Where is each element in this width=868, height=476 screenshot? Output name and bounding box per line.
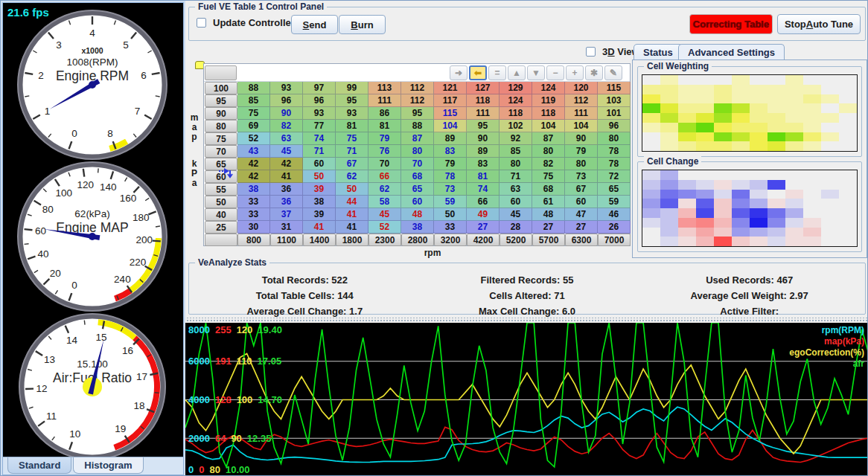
tab-standard[interactable]: Standard [7, 457, 71, 474]
ve-cell[interactable]: 101 [598, 107, 631, 120]
ve-cell[interactable]: 75 [336, 132, 368, 145]
ve-cell[interactable]: 78 [434, 170, 467, 183]
ve-cell[interactable]: 88 [237, 82, 270, 94]
ve-cell[interactable]: 120 [565, 82, 598, 94]
ve-cell[interactable]: 111 [565, 107, 598, 120]
ve-cell[interactable]: 96 [598, 120, 631, 132]
ve-cell[interactable]: 115 [434, 107, 467, 120]
ve-cell[interactable]: 80 [401, 145, 434, 158]
ve-cell[interactable]: 52 [368, 221, 401, 234]
ve-cell[interactable]: 85 [500, 145, 532, 158]
ve-cell[interactable]: 83 [467, 158, 500, 170]
ve-cell[interactable]: 75 [237, 107, 270, 120]
ve-cell[interactable]: 59 [434, 196, 467, 208]
row-header-90[interactable]: 90 [205, 107, 237, 120]
ve-cell[interactable]: 75 [532, 170, 565, 183]
ve-cell[interactable]: 60 [303, 158, 336, 170]
ve-cell[interactable]: 82 [532, 158, 565, 170]
col-header-800[interactable]: 800 [237, 234, 270, 246]
ve-cell[interactable]: 67 [565, 183, 598, 196]
ve-cell[interactable]: 62 [336, 170, 368, 183]
ve-cell[interactable]: 92 [500, 132, 532, 145]
row-header-70[interactable]: 70 [205, 145, 237, 158]
ve-cell[interactable]: 61 [532, 196, 565, 208]
ve-cell[interactable]: 48 [532, 208, 565, 221]
ve-cell[interactable]: 41 [270, 170, 303, 183]
ve-cell[interactable]: 63 [500, 183, 532, 196]
row-header-100[interactable]: 100 [205, 82, 237, 94]
update-controller-checkbox[interactable] [197, 18, 206, 28]
ve-cell[interactable]: 38 [237, 183, 270, 196]
col-header-2300[interactable]: 2300 [368, 234, 401, 246]
ve-cell[interactable]: 45 [270, 145, 303, 158]
ve-cell[interactable]: 38 [303, 196, 336, 208]
ve-cell[interactable]: 87 [532, 132, 565, 145]
log-graph[interactable]: 800025512019.40600019111017.054000128100… [185, 323, 868, 476]
ve-cell[interactable]: 66 [368, 170, 401, 183]
ve-cell[interactable]: 88 [401, 120, 434, 132]
pencil-button[interactable]: ✎ [604, 65, 622, 80]
col-header-2800[interactable]: 2800 [401, 234, 434, 246]
ve-cell[interactable]: 99 [336, 82, 368, 94]
row-header-75[interactable]: 75 [205, 132, 237, 145]
ve-cell[interactable]: 27 [467, 221, 500, 234]
ve-cell[interactable]: 104 [434, 120, 467, 132]
ve-cell[interactable]: 118 [532, 107, 565, 120]
ve-cell[interactable]: 90 [565, 132, 598, 145]
ve-cell[interactable]: 118 [500, 107, 532, 120]
ve-cell[interactable]: 81 [467, 170, 500, 183]
ve-cell[interactable]: 41 [336, 208, 368, 221]
ve-cell[interactable]: 118 [467, 94, 500, 107]
ve-cell[interactable]: 85 [237, 94, 270, 107]
ve-cell[interactable]: 69 [237, 120, 270, 132]
ve-cell[interactable]: 39 [303, 208, 336, 221]
send-button[interactable]: Send [291, 15, 338, 34]
row-header-95[interactable]: 95 [205, 94, 237, 107]
ve-cell[interactable]: 67 [336, 158, 368, 170]
row-header-40[interactable]: 40 [205, 208, 237, 221]
ve-cell[interactable]: 96 [270, 94, 303, 107]
ve-cell[interactable]: 95 [467, 120, 500, 132]
3d-view-checkbox[interactable] [586, 47, 596, 57]
ve-cell[interactable]: 36 [270, 196, 303, 208]
ve-cell[interactable]: 60 [565, 196, 598, 208]
ve-cell[interactable]: 80 [532, 145, 565, 158]
ve-cell[interactable]: 36 [270, 183, 303, 196]
ve-cell[interactable]: 68 [532, 183, 565, 196]
ve-cell[interactable]: 124 [532, 82, 565, 94]
ve-cell[interactable]: 104 [532, 120, 565, 132]
ve-cell[interactable]: 60 [401, 196, 434, 208]
ve-cell[interactable]: 102 [500, 120, 532, 132]
ve-cell[interactable]: 77 [303, 120, 336, 132]
tab-histogram[interactable]: Histogram [73, 457, 143, 474]
ve-cell[interactable]: 59 [598, 196, 631, 208]
ve-cell[interactable]: 42 [237, 158, 270, 170]
ve-cell[interactable]: 66 [467, 196, 500, 208]
ve-cell[interactable]: 129 [500, 82, 532, 94]
ve-cell[interactable]: 46 [598, 208, 631, 221]
scale-down-button[interactable]: ▼ [527, 65, 545, 80]
ve-cell[interactable]: 73 [565, 170, 598, 183]
ve-cell[interactable]: 45 [500, 208, 532, 221]
col-header-6300[interactable]: 6300 [565, 234, 598, 246]
plus-button[interactable]: + [566, 65, 584, 80]
tab-advanced-settings[interactable]: Advanced Settings [678, 44, 785, 60]
ve-cell[interactable]: 27 [565, 221, 598, 234]
ve-cell[interactable]: 113 [368, 82, 401, 94]
ve-cell[interactable]: 52 [237, 132, 270, 145]
row-header-25[interactable]: 25 [205, 221, 237, 234]
ve-cell[interactable]: 65 [401, 183, 434, 196]
ve-cell[interactable]: 124 [500, 94, 532, 107]
ve-cell[interactable]: 44 [336, 196, 368, 208]
col-header-7000[interactable]: 7000 [598, 234, 631, 246]
ve-cell[interactable]: 111 [368, 94, 401, 107]
ve-cell[interactable]: 28 [500, 221, 532, 234]
ve-cell[interactable]: 27 [532, 221, 565, 234]
ve-cell[interactable]: 50 [303, 170, 336, 183]
ve-cell[interactable]: 76 [368, 145, 401, 158]
ve-cell[interactable]: 79 [434, 158, 467, 170]
ve-cell[interactable]: 71 [336, 145, 368, 158]
ve-cell[interactable]: 86 [368, 107, 401, 120]
ve-cell[interactable]: 33 [237, 196, 270, 208]
ve-cell[interactable]: 87 [401, 132, 434, 145]
